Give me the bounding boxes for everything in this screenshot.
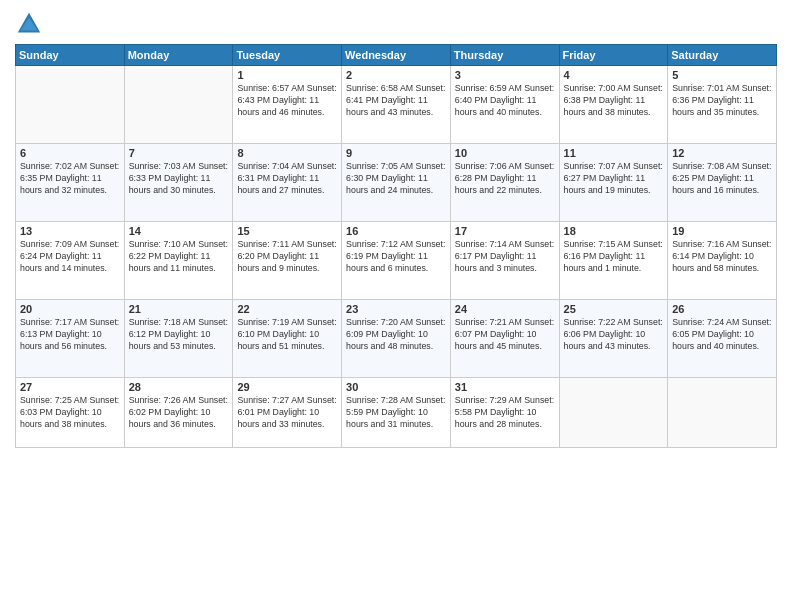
calendar-cell: 27Sunrise: 7:25 AM Sunset: 6:03 PM Dayli… [16, 378, 125, 448]
weekday-header-sunday: Sunday [16, 45, 125, 66]
calendar-cell: 6Sunrise: 7:02 AM Sunset: 6:35 PM Daylig… [16, 144, 125, 222]
weekday-header-row: SundayMondayTuesdayWednesdayThursdayFrid… [16, 45, 777, 66]
logo-icon [15, 10, 43, 38]
calendar-cell: 29Sunrise: 7:27 AM Sunset: 6:01 PM Dayli… [233, 378, 342, 448]
calendar-cell: 1Sunrise: 6:57 AM Sunset: 6:43 PM Daylig… [233, 66, 342, 144]
day-number: 5 [672, 69, 772, 81]
calendar-cell: 12Sunrise: 7:08 AM Sunset: 6:25 PM Dayli… [668, 144, 777, 222]
calendar-cell: 2Sunrise: 6:58 AM Sunset: 6:41 PM Daylig… [342, 66, 451, 144]
day-info: Sunrise: 7:29 AM Sunset: 5:58 PM Dayligh… [455, 395, 555, 431]
day-info: Sunrise: 6:57 AM Sunset: 6:43 PM Dayligh… [237, 83, 337, 119]
weekday-header-friday: Friday [559, 45, 668, 66]
day-info: Sunrise: 6:59 AM Sunset: 6:40 PM Dayligh… [455, 83, 555, 119]
calendar-table: SundayMondayTuesdayWednesdayThursdayFrid… [15, 44, 777, 448]
calendar-cell: 19Sunrise: 7:16 AM Sunset: 6:14 PM Dayli… [668, 222, 777, 300]
day-info: Sunrise: 7:15 AM Sunset: 6:16 PM Dayligh… [564, 239, 664, 275]
day-number: 20 [20, 303, 120, 315]
day-number: 11 [564, 147, 664, 159]
weekday-header-saturday: Saturday [668, 45, 777, 66]
day-number: 3 [455, 69, 555, 81]
weekday-header-tuesday: Tuesday [233, 45, 342, 66]
week-row-3: 13Sunrise: 7:09 AM Sunset: 6:24 PM Dayli… [16, 222, 777, 300]
week-row-1: 1Sunrise: 6:57 AM Sunset: 6:43 PM Daylig… [16, 66, 777, 144]
day-info: Sunrise: 7:16 AM Sunset: 6:14 PM Dayligh… [672, 239, 772, 275]
day-number: 16 [346, 225, 446, 237]
day-number: 21 [129, 303, 229, 315]
day-info: Sunrise: 7:01 AM Sunset: 6:36 PM Dayligh… [672, 83, 772, 119]
calendar-cell: 18Sunrise: 7:15 AM Sunset: 6:16 PM Dayli… [559, 222, 668, 300]
day-number: 18 [564, 225, 664, 237]
day-number: 19 [672, 225, 772, 237]
day-info: Sunrise: 7:03 AM Sunset: 6:33 PM Dayligh… [129, 161, 229, 197]
day-number: 12 [672, 147, 772, 159]
day-info: Sunrise: 7:04 AM Sunset: 6:31 PM Dayligh… [237, 161, 337, 197]
calendar-cell: 21Sunrise: 7:18 AM Sunset: 6:12 PM Dayli… [124, 300, 233, 378]
calendar-cell: 22Sunrise: 7:19 AM Sunset: 6:10 PM Dayli… [233, 300, 342, 378]
calendar-cell: 20Sunrise: 7:17 AM Sunset: 6:13 PM Dayli… [16, 300, 125, 378]
week-row-2: 6Sunrise: 7:02 AM Sunset: 6:35 PM Daylig… [16, 144, 777, 222]
calendar-cell: 7Sunrise: 7:03 AM Sunset: 6:33 PM Daylig… [124, 144, 233, 222]
day-info: Sunrise: 7:05 AM Sunset: 6:30 PM Dayligh… [346, 161, 446, 197]
calendar-cell: 28Sunrise: 7:26 AM Sunset: 6:02 PM Dayli… [124, 378, 233, 448]
calendar-cell: 15Sunrise: 7:11 AM Sunset: 6:20 PM Dayli… [233, 222, 342, 300]
weekday-header-thursday: Thursday [450, 45, 559, 66]
calendar-cell: 13Sunrise: 7:09 AM Sunset: 6:24 PM Dayli… [16, 222, 125, 300]
calendar-cell: 23Sunrise: 7:20 AM Sunset: 6:09 PM Dayli… [342, 300, 451, 378]
calendar-cell: 9Sunrise: 7:05 AM Sunset: 6:30 PM Daylig… [342, 144, 451, 222]
day-info: Sunrise: 7:11 AM Sunset: 6:20 PM Dayligh… [237, 239, 337, 275]
day-info: Sunrise: 7:09 AM Sunset: 6:24 PM Dayligh… [20, 239, 120, 275]
day-number: 13 [20, 225, 120, 237]
day-info: Sunrise: 7:21 AM Sunset: 6:07 PM Dayligh… [455, 317, 555, 353]
day-info: Sunrise: 7:06 AM Sunset: 6:28 PM Dayligh… [455, 161, 555, 197]
day-info: Sunrise: 7:02 AM Sunset: 6:35 PM Dayligh… [20, 161, 120, 197]
day-number: 17 [455, 225, 555, 237]
header [15, 10, 777, 38]
calendar-cell [16, 66, 125, 144]
day-info: Sunrise: 7:19 AM Sunset: 6:10 PM Dayligh… [237, 317, 337, 353]
day-number: 9 [346, 147, 446, 159]
day-number: 22 [237, 303, 337, 315]
weekday-header-wednesday: Wednesday [342, 45, 451, 66]
day-number: 23 [346, 303, 446, 315]
day-number: 30 [346, 381, 446, 393]
day-info: Sunrise: 7:00 AM Sunset: 6:38 PM Dayligh… [564, 83, 664, 119]
day-number: 14 [129, 225, 229, 237]
calendar-cell [124, 66, 233, 144]
calendar-cell: 17Sunrise: 7:14 AM Sunset: 6:17 PM Dayli… [450, 222, 559, 300]
day-number: 15 [237, 225, 337, 237]
calendar-cell: 24Sunrise: 7:21 AM Sunset: 6:07 PM Dayli… [450, 300, 559, 378]
day-number: 2 [346, 69, 446, 81]
calendar-cell: 4Sunrise: 7:00 AM Sunset: 6:38 PM Daylig… [559, 66, 668, 144]
weekday-header-monday: Monday [124, 45, 233, 66]
calendar-cell: 3Sunrise: 6:59 AM Sunset: 6:40 PM Daylig… [450, 66, 559, 144]
day-info: Sunrise: 6:58 AM Sunset: 6:41 PM Dayligh… [346, 83, 446, 119]
day-info: Sunrise: 7:22 AM Sunset: 6:06 PM Dayligh… [564, 317, 664, 353]
day-number: 8 [237, 147, 337, 159]
calendar-cell: 25Sunrise: 7:22 AM Sunset: 6:06 PM Dayli… [559, 300, 668, 378]
calendar-cell: 8Sunrise: 7:04 AM Sunset: 6:31 PM Daylig… [233, 144, 342, 222]
calendar-cell: 14Sunrise: 7:10 AM Sunset: 6:22 PM Dayli… [124, 222, 233, 300]
day-number: 10 [455, 147, 555, 159]
calendar-cell: 31Sunrise: 7:29 AM Sunset: 5:58 PM Dayli… [450, 378, 559, 448]
day-number: 31 [455, 381, 555, 393]
day-info: Sunrise: 7:26 AM Sunset: 6:02 PM Dayligh… [129, 395, 229, 431]
calendar-cell: 11Sunrise: 7:07 AM Sunset: 6:27 PM Dayli… [559, 144, 668, 222]
day-info: Sunrise: 7:24 AM Sunset: 6:05 PM Dayligh… [672, 317, 772, 353]
day-info: Sunrise: 7:12 AM Sunset: 6:19 PM Dayligh… [346, 239, 446, 275]
day-info: Sunrise: 7:08 AM Sunset: 6:25 PM Dayligh… [672, 161, 772, 197]
day-info: Sunrise: 7:28 AM Sunset: 5:59 PM Dayligh… [346, 395, 446, 431]
day-info: Sunrise: 7:14 AM Sunset: 6:17 PM Dayligh… [455, 239, 555, 275]
day-info: Sunrise: 7:27 AM Sunset: 6:01 PM Dayligh… [237, 395, 337, 431]
calendar-cell: 5Sunrise: 7:01 AM Sunset: 6:36 PM Daylig… [668, 66, 777, 144]
calendar-cell: 26Sunrise: 7:24 AM Sunset: 6:05 PM Dayli… [668, 300, 777, 378]
day-info: Sunrise: 7:10 AM Sunset: 6:22 PM Dayligh… [129, 239, 229, 275]
calendar-cell [668, 378, 777, 448]
week-row-5: 27Sunrise: 7:25 AM Sunset: 6:03 PM Dayli… [16, 378, 777, 448]
calendar-cell: 10Sunrise: 7:06 AM Sunset: 6:28 PM Dayli… [450, 144, 559, 222]
day-number: 27 [20, 381, 120, 393]
day-number: 24 [455, 303, 555, 315]
day-number: 4 [564, 69, 664, 81]
calendar-cell [559, 378, 668, 448]
day-number: 25 [564, 303, 664, 315]
page: SundayMondayTuesdayWednesdayThursdayFrid… [0, 0, 792, 612]
